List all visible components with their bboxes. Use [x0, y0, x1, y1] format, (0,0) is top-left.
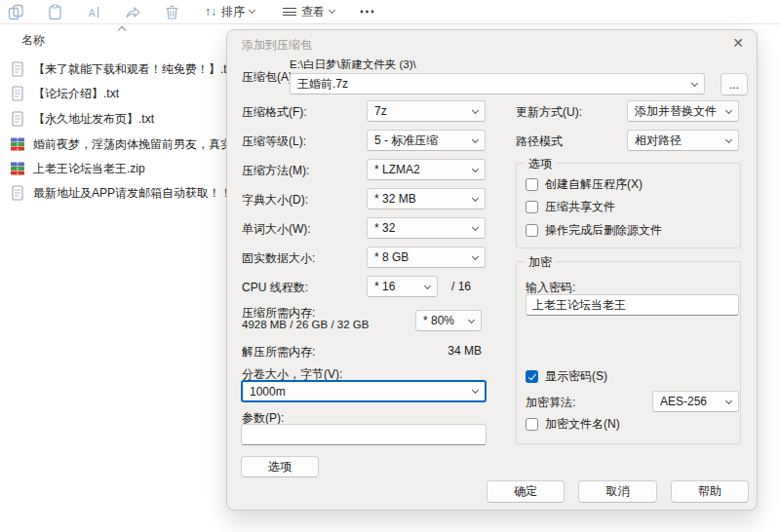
- chevron-down-icon: [725, 397, 732, 403]
- text-file-icon: [10, 185, 25, 201]
- level-select[interactable]: 5 - 标准压缩: [367, 130, 486, 151]
- file-row[interactable]: 【永久地址发布页】.txt: [10, 109, 229, 129]
- more-options-icon[interactable]: [359, 6, 375, 22]
- chevron-down-icon: [472, 194, 479, 201]
- archive-path: E:\白日梦\新建文件夹 (3)\: [290, 57, 416, 72]
- update-mode-select[interactable]: 添加并替换文件: [627, 100, 739, 122]
- dialog-title: 添加到压缩包: [242, 37, 312, 54]
- file-name: 最新地址及APP请发邮箱自动获取！！！....: [33, 185, 229, 202]
- file-name: 上老王论坛当老王.zip: [33, 161, 145, 177]
- archive-name-combobox[interactable]: 王婚前.7z: [290, 73, 705, 95]
- memory-compress-detail: 4928 MB / 26 GB / 32 GB: [242, 319, 369, 330]
- level-label: 压缩等级(L):: [242, 133, 306, 150]
- rename-icon[interactable]: A: [86, 4, 102, 20]
- method-label: 压缩方法(M):: [242, 163, 309, 179]
- file-row[interactable]: 上老王论坛当老王.zip: [10, 159, 229, 178]
- view-label: 查看: [301, 4, 325, 20]
- method-select[interactable]: * LZMA2: [367, 159, 486, 180]
- delete-icon[interactable]: [164, 4, 180, 20]
- path-mode-label: 路径模式: [516, 133, 563, 150]
- solid-size-select[interactable]: * 8 GB: [367, 247, 486, 268]
- cpu-threads-label: CPU 线程数:: [242, 280, 308, 296]
- paste-icon[interactable]: [47, 4, 63, 20]
- checkbox-box: [526, 201, 538, 213]
- format-label: 压缩格式(F):: [242, 104, 307, 121]
- copy-icon[interactable]: [8, 4, 24, 20]
- chevron-down-icon: [725, 135, 732, 142]
- winrar-archive-icon: [10, 161, 25, 176]
- volume-size-combobox[interactable]: 1000m: [241, 380, 487, 402]
- password-input[interactable]: [526, 294, 739, 316]
- add-to-archive-dialog: 添加到压缩包 ✕ 压缩包(A) E:\白日梦\新建文件夹 (3)\ 王婚前.7z…: [226, 29, 758, 511]
- checkbox-box: [526, 370, 538, 383]
- chevron-down-icon: [725, 106, 732, 113]
- checkbox-compress-shared[interactable]: 压缩共享文件: [526, 199, 615, 214]
- checkbox-box: [526, 178, 538, 191]
- memory-decompress-label: 解压所需内存:: [242, 344, 315, 361]
- encryption-group-title: 加密: [525, 254, 556, 271]
- file-name: 【论坛介绍】.txt: [33, 86, 119, 102]
- chevron-down-icon: [472, 106, 479, 113]
- options-button[interactable]: 选项: [241, 456, 319, 477]
- checkbox-create-sfx[interactable]: 创建自解压程序(X): [526, 176, 643, 192]
- archive-label: 压缩包(A): [242, 69, 292, 86]
- explorer-toolbar: A ↑↓ 排序 查看: [0, 0, 780, 24]
- file-row[interactable]: 【论坛介绍】.txt: [10, 84, 229, 103]
- solid-size-label: 固实数据大小:: [242, 250, 315, 267]
- sort-ascending-icon: [118, 26, 126, 34]
- sort-button[interactable]: ↑↓ 排序: [205, 2, 254, 21]
- column-header-name[interactable]: 名称: [21, 32, 45, 49]
- chevron-down-icon: [691, 79, 698, 86]
- update-mode-label: 更新方式(U):: [516, 104, 582, 121]
- chevron-down-icon: [249, 7, 255, 14]
- encryption-method-label: 加密算法:: [526, 395, 575, 411]
- parameters-input[interactable]: [241, 424, 487, 445]
- chevron-down-icon: [472, 135, 479, 142]
- checkbox-box: [526, 224, 538, 237]
- dictionary-label: 字典大小(D):: [242, 192, 308, 209]
- chevron-down-icon: [472, 165, 479, 171]
- help-button[interactable]: 帮助: [671, 480, 749, 503]
- checkbox-show-password[interactable]: 显示密码(S): [526, 368, 607, 384]
- cpu-threads-max: / 16: [451, 280, 471, 293]
- memory-percent-select[interactable]: * 80%: [415, 310, 482, 331]
- sort-label: 排序: [221, 4, 245, 20]
- checkbox-box: [526, 418, 538, 431]
- ok-button[interactable]: 确定: [487, 480, 565, 503]
- file-row[interactable]: 婚前夜梦，淫荡肉体挽留前男友，真实故...: [10, 134, 229, 154]
- svg-text:A: A: [89, 8, 96, 19]
- dictionary-select[interactable]: * 32 MB: [367, 188, 486, 209]
- sort-arrows-icon: ↑↓: [205, 5, 216, 19]
- memory-decompress-value: 34 MB: [415, 344, 482, 358]
- view-button[interactable]: 查看: [283, 2, 334, 21]
- file-name: 【永久地址发布页】.txt: [33, 111, 154, 128]
- browse-button[interactable]: ...: [721, 73, 748, 95]
- file-name: 【来了就能下载和观看！纯免费！】.txt: [33, 61, 229, 78]
- cancel-button[interactable]: 取消: [578, 480, 657, 503]
- chevron-down-icon: [472, 223, 479, 230]
- text-file-icon: [10, 86, 25, 101]
- path-mode-select[interactable]: 相对路径: [627, 130, 739, 151]
- format-select[interactable]: 7z: [367, 100, 486, 122]
- chevron-down-icon: [424, 282, 431, 288]
- options-group-title: 选项: [525, 156, 556, 172]
- view-lines-icon: [283, 5, 296, 18]
- word-size-label: 单词大小(W):: [242, 221, 311, 238]
- checkbox-encrypt-filenames[interactable]: 加密文件名(N): [526, 416, 620, 432]
- encryption-method-select[interactable]: AES-256: [652, 391, 739, 412]
- file-name: 婚前夜梦，淫荡肉体挽留前男友，真实故...: [33, 136, 229, 153]
- winrar-archive-icon: [10, 136, 25, 152]
- text-file-icon: [10, 111, 25, 127]
- checkbox-delete-after[interactable]: 操作完成后删除源文件: [526, 222, 662, 238]
- chevron-down-icon: [329, 7, 335, 14]
- file-row[interactable]: 最新地址及APP请发邮箱自动获取！！！....: [10, 183, 229, 203]
- word-size-select[interactable]: * 32: [367, 217, 486, 239]
- chevron-down-icon: [468, 316, 475, 323]
- close-icon[interactable]: ✕: [732, 35, 744, 51]
- share-icon[interactable]: [125, 4, 141, 20]
- chevron-down-icon: [472, 252, 479, 259]
- chevron-down-icon: [472, 387, 479, 394]
- text-file-icon: [10, 61, 25, 77]
- file-row[interactable]: 【来了就能下载和观看！纯免费！】.txt: [10, 59, 229, 79]
- cpu-threads-select[interactable]: * 16: [367, 276, 438, 297]
